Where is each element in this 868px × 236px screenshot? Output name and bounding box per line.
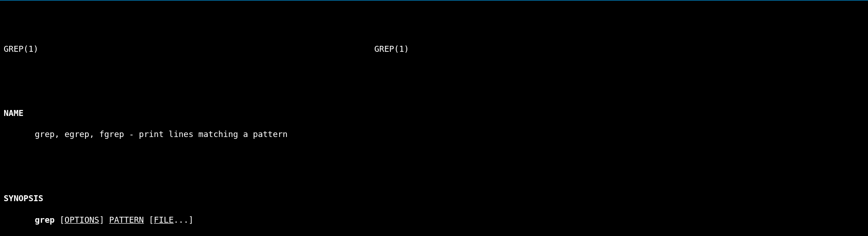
section-name-heading: NAME bbox=[4, 108, 864, 118]
name-line: grep, egrep, fgrep - print lines matchin… bbox=[4, 129, 864, 139]
blank-line bbox=[4, 161, 864, 171]
section-synopsis-heading: SYNOPSIS bbox=[4, 193, 864, 203]
man-page-header: GREP(1) GREP(1) bbox=[4, 44, 864, 54]
blank-line bbox=[4, 76, 864, 86]
header-left: GREP(1) bbox=[4, 44, 374, 54]
cmd-grep: grep bbox=[35, 215, 54, 225]
arg-options: OPTIONS bbox=[65, 215, 99, 225]
header-right: GREP(1) bbox=[374, 44, 409, 54]
synopsis-line-1: grep [OPTIONS] PATTERN [FILE...] bbox=[4, 214, 864, 225]
arg-file: FILE bbox=[154, 215, 173, 225]
arg-pattern: PATTERN bbox=[109, 215, 144, 225]
